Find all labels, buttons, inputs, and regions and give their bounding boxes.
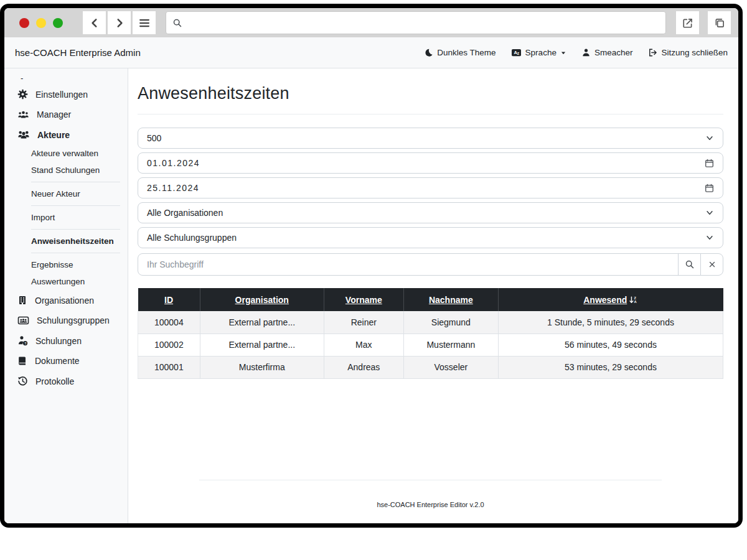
sidebar-item-label: Einstellungen <box>35 90 88 100</box>
maximize-window-button[interactable] <box>53 18 63 28</box>
sidebar-item-stand-schulungen[interactable]: Stand Schulungen <box>4 162 128 179</box>
table-cell: Siegmund <box>403 311 498 334</box>
search-icon <box>172 18 182 28</box>
header-action-sitzung-schlie-en[interactable]: Sitzung schließen <box>647 48 728 57</box>
sidebar-divider <box>31 229 120 230</box>
svg-text:A: A <box>634 300 637 304</box>
header-action-label: Sprache <box>525 48 557 57</box>
footer-version-text: hse-COACH Enterprise Editor v.2.0 <box>138 501 723 508</box>
header-action-smeacher[interactable]: Smeacher <box>581 48 633 57</box>
forward-button[interactable] <box>108 11 131 34</box>
search-icon <box>685 259 695 269</box>
column-header-vorname[interactable]: Vorname <box>324 288 403 311</box>
people-group-icon <box>17 129 30 140</box>
clear-search-button[interactable] <box>700 253 723 276</box>
date-to-value: 25.11.2024 <box>147 183 199 193</box>
header-action-label: Smeacher <box>594 48 633 57</box>
attendance-table: IDOrganisationVornameNachnameAnwesend ZA… <box>138 288 723 379</box>
search-input[interactable] <box>138 253 679 276</box>
date-from-value: 01.01.2024 <box>147 158 200 168</box>
column-header-nachname[interactable]: Nachname <box>403 288 498 311</box>
table-cell: Musterfirma <box>200 356 324 378</box>
menu-button[interactable] <box>133 11 156 34</box>
sidebar-item-akteure-verwalten[interactable]: Akteure verwalten <box>4 145 128 162</box>
table-cell: Mustermann <box>403 334 498 356</box>
page-footer: hse-COACH Enterprise Editor v.2.0 <box>138 480 723 523</box>
svg-text:?: ? <box>24 342 26 345</box>
open-external-button[interactable] <box>676 11 699 34</box>
column-header-organisation[interactable]: Organisation <box>200 288 324 311</box>
table-cell: Vosseler <box>403 356 498 378</box>
address-bar-input[interactable] <box>187 18 659 28</box>
chevron-left-icon <box>89 17 100 29</box>
page-size-select[interactable]: 500 <box>138 128 723 149</box>
external-link-icon <box>682 17 693 29</box>
date-from-input[interactable]: 01.01.2024 <box>138 152 723 174</box>
column-header-id[interactable]: ID <box>138 288 200 311</box>
moon-icon <box>424 48 433 57</box>
sidebar-item-anweisenheitszeiten[interactable]: Anweisenheitszeiten <box>4 233 128 250</box>
sidebar-item-dokumente[interactable]: Dokumente <box>4 351 128 371</box>
close-window-button[interactable] <box>19 18 29 28</box>
sidebar-item-einstellungen[interactable]: Einstellungen <box>4 84 128 105</box>
manager-group-icon <box>17 110 29 119</box>
sidebar-collapse-marker[interactable]: - <box>4 72 128 84</box>
sidebar: - EinstellungenManagerAkteureAkteure ver… <box>4 68 128 523</box>
duplicate-tab-button[interactable] <box>708 11 731 34</box>
sidebar-item-organisationen[interactable]: Organisationen <box>4 290 128 310</box>
search-button[interactable] <box>678 253 701 276</box>
sidebar-item-label: Schulungen <box>35 336 82 346</box>
calendar-icon[interactable] <box>705 184 714 193</box>
sidebar-item-schulungsgruppen[interactable]: Schulungsgruppen <box>4 310 128 330</box>
table-cell: Max <box>324 334 403 356</box>
sidebar-item-label: Manager <box>37 110 71 119</box>
app-header: hse-COACH Enterprise Admin Dunkles Theme… <box>4 37 738 68</box>
table-header-row: IDOrganisationVornameNachnameAnwesend ZA <box>138 288 723 311</box>
sidebar-divider <box>31 182 120 182</box>
table-row[interactable]: 100001MusterfirmaAndreasVosseler53 minut… <box>138 356 723 378</box>
gear-icon <box>17 89 28 100</box>
chevron-down-icon <box>705 208 714 217</box>
translate-icon: Az <box>511 48 522 57</box>
sidebar-item-schulungen[interactable]: ?Schulungen <box>4 330 128 351</box>
organisation-value: Alle Organisationen <box>147 208 223 218</box>
header-actions: Dunkles ThemeAzSpracheSmeacherSitzung sc… <box>424 48 728 57</box>
header-action-dunkles-theme[interactable]: Dunkles Theme <box>424 48 496 57</box>
sidebar-item-import[interactable]: Import <box>4 209 128 226</box>
user-icon <box>581 48 591 57</box>
page-size-value: 500 <box>147 133 161 143</box>
close-icon <box>708 260 716 269</box>
book-icon <box>17 356 27 366</box>
column-header-anwesend[interactable]: Anwesend ZA <box>498 288 723 311</box>
chevron-right-icon <box>114 17 125 29</box>
sidebar-item-label: Organisationen <box>35 296 94 306</box>
table-cell: 1 Stunde, 5 minutes, 29 seconds <box>498 311 723 334</box>
minimize-window-button[interactable] <box>36 18 46 28</box>
sidebar-item-label: Dokumente <box>35 356 80 366</box>
organisation-select[interactable]: Alle Organisationen <box>138 202 723 223</box>
table-cell: 100001 <box>138 356 200 378</box>
back-button[interactable] <box>83 11 106 34</box>
sidebar-divider <box>31 205 120 206</box>
table-row[interactable]: 100002External partne...MaxMustermann56 … <box>138 334 723 356</box>
sidebar-item-protokolle[interactable]: Protokolle <box>4 371 128 391</box>
sidebar-item-auswertungen[interactable]: Auswertungen <box>4 273 128 290</box>
sidebar-item-akteure[interactable]: Akteure <box>4 124 128 145</box>
sidebar-item-label: Protokolle <box>35 376 74 386</box>
calendar-icon[interactable] <box>705 159 714 168</box>
table-row[interactable]: 100004External partne...ReinerSiegmund1 … <box>138 311 723 334</box>
address-bar[interactable] <box>166 11 666 34</box>
table-cell: Andreas <box>324 356 403 378</box>
header-action-label: Sitzung schließen <box>661 48 728 57</box>
chevron-down-icon <box>705 233 714 242</box>
sidebar-item-ergebnisse[interactable]: Ergebnisse <box>4 256 128 273</box>
sidebar-item-neuer-akteur[interactable]: Neuer Akteur <box>4 185 128 202</box>
table-cell: Reiner <box>324 311 403 334</box>
group-select[interactable]: Alle Schulungsgruppen <box>138 227 723 248</box>
sidebar-item-manager[interactable]: Manager <box>4 105 128 124</box>
copy-icon <box>714 17 725 29</box>
table-cell: 100002 <box>138 334 200 356</box>
header-action-sprache[interactable]: AzSprache <box>511 48 566 57</box>
table-cell: External partne... <box>200 334 324 356</box>
date-to-input[interactable]: 25.11.2024 <box>138 177 723 198</box>
